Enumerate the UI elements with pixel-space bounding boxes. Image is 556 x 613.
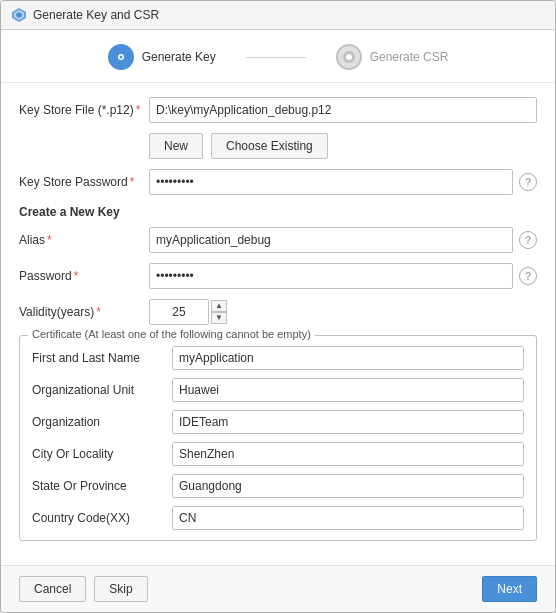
cert-field-row-0: First and Last Name (32, 346, 524, 370)
step2-icon (342, 50, 356, 64)
cert-field-input-5[interactable] (172, 506, 524, 530)
keystore-password-label: Key Store Password* (19, 175, 149, 189)
svg-point-4 (346, 54, 352, 60)
step-circle-1 (108, 44, 134, 70)
cert-field-input-3[interactable] (172, 442, 524, 466)
cert-field-row-2: Organization (32, 410, 524, 434)
cancel-button[interactable]: Cancel (19, 576, 86, 602)
cert-field-input-0[interactable] (172, 346, 524, 370)
step1-label: Generate Key (142, 50, 216, 64)
step1-icon (114, 50, 128, 64)
alias-input[interactable] (149, 227, 513, 253)
new-button[interactable]: New (149, 133, 203, 159)
next-button[interactable]: Next (482, 576, 537, 602)
keystore-file-input[interactable] (149, 97, 537, 123)
certificate-legend: Certificate (At least one of the followi… (28, 328, 315, 340)
keystore-password-help-icon[interactable]: ? (519, 173, 537, 191)
key-password-help-icon[interactable]: ? (519, 267, 537, 285)
dialog-title: Generate Key and CSR (33, 8, 159, 22)
alias-row: Alias* ? (19, 227, 537, 253)
skip-button[interactable]: Skip (94, 576, 147, 602)
choose-existing-button[interactable]: Choose Existing (211, 133, 328, 159)
cert-field-label-3: City Or Locality (32, 447, 172, 461)
cert-field-input-1[interactable] (172, 378, 524, 402)
cert-field-label-4: State Or Province (32, 479, 172, 493)
validity-input[interactable] (149, 299, 209, 325)
alias-label: Alias* (19, 233, 149, 247)
step-generate-key: Generate Key (108, 44, 216, 70)
key-password-label: Password* (19, 269, 149, 283)
cert-field-row-5: Country Code(XX) (32, 506, 524, 530)
cert-field-input-4[interactable] (172, 474, 524, 498)
steps-bar: Generate Key Generate CSR (1, 30, 555, 83)
validity-row: Validity(years)* (19, 299, 537, 325)
app-icon (11, 7, 27, 23)
step-generate-csr: Generate CSR (336, 44, 449, 70)
cert-field-label-2: Organization (32, 415, 172, 429)
cert-field-label-5: Country Code(XX) (32, 511, 172, 525)
cert-field-input-2[interactable] (172, 410, 524, 434)
dialog: Generate Key and CSR Generate Key Gener (0, 0, 556, 613)
validity-decrement-button[interactable] (211, 312, 227, 324)
validity-label: Validity(years)* (19, 305, 149, 319)
certificate-section: Certificate (At least one of the followi… (19, 335, 537, 541)
step-connector (246, 57, 306, 58)
alias-help-icon[interactable]: ? (519, 231, 537, 249)
validity-spinner (211, 300, 227, 324)
keystore-password-row: Key Store Password* ? (19, 169, 537, 195)
validity-increment-button[interactable] (211, 300, 227, 312)
cert-field-row-3: City Or Locality (32, 442, 524, 466)
keystore-buttons-row: New Choose Existing (19, 133, 537, 159)
cert-field-label-0: First and Last Name (32, 351, 172, 365)
content-area: Key Store File (*.p12)* New Choose Exist… (1, 83, 555, 565)
keystore-password-input[interactable] (149, 169, 513, 195)
cert-field-row-1: Organizational Unit (32, 378, 524, 402)
keystore-file-row: Key Store File (*.p12)* (19, 97, 537, 123)
cert-field-label-1: Organizational Unit (32, 383, 172, 397)
keystore-file-label: Key Store File (*.p12)* (19, 103, 149, 117)
step2-label: Generate CSR (370, 50, 449, 64)
footer-left-buttons: Cancel Skip (19, 576, 148, 602)
title-bar: Generate Key and CSR (1, 1, 555, 30)
key-password-row: Password* ? (19, 263, 537, 289)
key-password-input[interactable] (149, 263, 513, 289)
svg-point-2 (119, 56, 122, 59)
footer: Cancel Skip Next (1, 565, 555, 612)
create-key-title: Create a New Key (19, 205, 537, 219)
cert-field-row-4: State Or Province (32, 474, 524, 498)
step-circle-2 (336, 44, 362, 70)
